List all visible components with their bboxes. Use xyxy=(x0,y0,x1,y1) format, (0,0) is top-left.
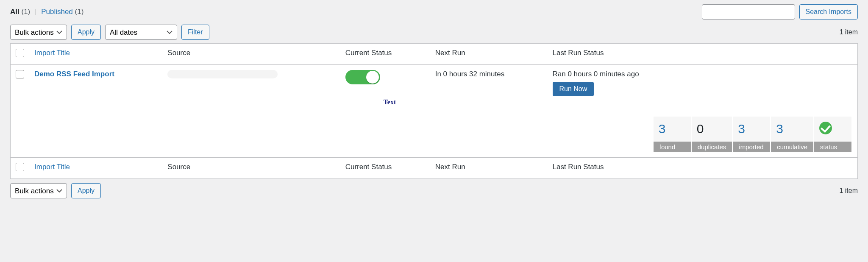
stat-found-value: 3 xyxy=(654,117,691,142)
controls-row-top: Bulk actions Apply All dates Filter 1 it… xyxy=(10,25,858,40)
row-title-cell: Demo RSS Feed Import xyxy=(29,65,162,158)
row-title-link[interactable]: Demo RSS Feed Import xyxy=(34,70,114,78)
search-input[interactable] xyxy=(702,4,795,20)
stat-duplicates-label: duplicates xyxy=(692,142,732,152)
controls-left-bottom: Bulk actions Apply xyxy=(10,183,101,198)
header-last-run: Last Run Status xyxy=(548,44,858,65)
controls-left-top: Bulk actions Apply All dates Filter xyxy=(10,25,209,40)
search-box: Search Imports xyxy=(702,4,858,20)
footer-title[interactable]: Import Title xyxy=(29,158,162,179)
footer-checkbox-cell xyxy=(11,158,30,179)
row-last-run-cell: Ran 0 hours 0 minutes ago Run Now 3 0 3 … xyxy=(548,65,858,158)
filter-button[interactable]: Filter xyxy=(181,25,209,40)
footer-source: Source xyxy=(162,158,340,179)
run-now-button[interactable]: Run Now xyxy=(553,82,594,96)
row-source-cell xyxy=(162,65,340,158)
filter-published-label: Published xyxy=(41,8,73,16)
stat-imported-value: 3 xyxy=(733,117,770,142)
table-row: Demo RSS Feed Import Text In 0 hours 32 … xyxy=(11,65,858,158)
check-icon xyxy=(819,122,832,134)
text-overlay: Text xyxy=(384,98,425,106)
stat-cumulative-label: cumulative xyxy=(771,142,813,152)
filter-published-link[interactable]: Published (1) xyxy=(41,8,83,16)
row-checkbox-cell xyxy=(11,65,30,158)
select-all-checkbox-top[interactable] xyxy=(16,49,24,57)
row-checkbox[interactable] xyxy=(16,70,24,78)
header-title[interactable]: Import Title xyxy=(29,44,162,65)
stat-found-label: found xyxy=(654,142,691,152)
stat-status-label: status xyxy=(814,142,851,152)
row-next-run-cell: In 0 hours 32 minutes xyxy=(430,65,548,158)
filter-all-label: All xyxy=(10,8,19,16)
bulk-actions-select-bottom[interactable]: Bulk actions xyxy=(10,183,67,198)
controls-row-bottom: Bulk actions Apply 1 item xyxy=(10,183,858,198)
item-count-bottom: 1 item xyxy=(839,187,858,195)
footer-title-label: Import Title xyxy=(34,163,70,171)
table-footer-row: Import Title Source Current Status Next … xyxy=(11,158,858,179)
redacted-source xyxy=(167,70,278,78)
imports-table: Import Title Source Current Status Next … xyxy=(10,43,858,179)
header-status: Current Status xyxy=(340,44,430,65)
filter-all-count: (1) xyxy=(21,8,30,16)
filter-published-count: (1) xyxy=(75,8,84,16)
toggle-knob xyxy=(366,71,379,84)
bulk-actions-select-top[interactable]: Bulk actions xyxy=(10,25,67,40)
footer-next-run: Next Run xyxy=(430,158,548,179)
item-count-top: 1 item xyxy=(839,28,858,36)
header-next-run: Next Run xyxy=(430,44,548,65)
dates-select[interactable]: All dates xyxy=(105,25,177,40)
last-run-text: Ran 0 hours 0 minutes ago xyxy=(553,70,852,78)
table-header-row: Import Title Source Current Status Next … xyxy=(11,44,858,65)
stats-labels-row: found duplicates imported cumulative sta… xyxy=(654,142,851,152)
select-all-checkbox-bottom[interactable] xyxy=(16,163,24,171)
stats-row: 3 0 3 3 found duplicates imported xyxy=(553,117,852,152)
stat-status-value xyxy=(814,117,851,142)
search-button[interactable]: Search Imports xyxy=(799,4,858,20)
apply-button-top[interactable]: Apply xyxy=(71,25,101,40)
filter-all-link[interactable]: All (1) xyxy=(10,8,32,16)
header-source: Source xyxy=(162,44,340,65)
header-title-label: Import Title xyxy=(34,49,70,57)
header-checkbox-cell xyxy=(11,44,30,65)
stat-duplicates-value: 0 xyxy=(692,117,732,142)
stat-imported-label: imported xyxy=(733,142,770,152)
apply-button-bottom[interactable]: Apply xyxy=(71,183,101,198)
stat-cumulative-value: 3 xyxy=(771,117,813,142)
top-row: All (1) | Published (1) Search Imports xyxy=(10,4,858,20)
stats-values-row: 3 0 3 3 xyxy=(654,117,851,142)
footer-last-run: Last Run Status xyxy=(548,158,858,179)
status-toggle[interactable] xyxy=(345,70,380,84)
filter-links: All (1) | Published (1) xyxy=(10,8,83,16)
filter-separator: | xyxy=(35,8,36,16)
stats-table: 3 0 3 3 found duplicates imported xyxy=(653,117,852,152)
row-status-cell: Text xyxy=(340,65,430,158)
footer-status: Current Status xyxy=(340,158,430,179)
